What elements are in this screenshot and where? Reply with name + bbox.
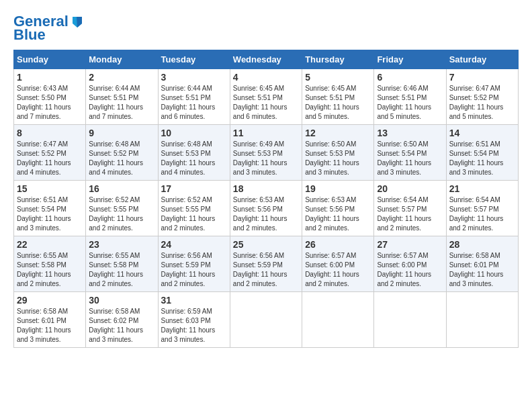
calendar-cell: 24 Sunrise: 6:56 AM Sunset: 5:59 PM Dayl…	[158, 236, 230, 292]
calendar-cell: 3 Sunrise: 6:44 AM Sunset: 5:51 PM Dayli…	[158, 69, 230, 125]
day-header-friday: Friday	[374, 50, 446, 69]
day-number: 22	[17, 239, 83, 250]
calendar-cell: 1 Sunrise: 6:43 AM Sunset: 5:50 PM Dayli…	[14, 69, 86, 125]
day-number: 12	[305, 128, 371, 138]
day-number: 8	[17, 128, 83, 138]
day-number: 18	[233, 183, 299, 194]
day-info: Sunrise: 6:55 AM Sunset: 5:58 PM Dayligh…	[17, 251, 83, 289]
calendar-cell: 22 Sunrise: 6:55 AM Sunset: 5:58 PM Dayl…	[14, 236, 86, 292]
day-info: Sunrise: 6:48 AM Sunset: 5:53 PM Dayligh…	[161, 140, 227, 177]
day-number: 28	[449, 239, 515, 250]
day-header-thursday: Thursday	[302, 50, 374, 69]
day-number: 15	[17, 183, 83, 194]
calendar-cell: 25 Sunrise: 6:56 AM Sunset: 5:59 PM Dayl…	[230, 236, 302, 292]
calendar-cell: 2 Sunrise: 6:44 AM Sunset: 5:51 PM Dayli…	[86, 69, 158, 125]
day-info: Sunrise: 6:46 AM Sunset: 5:51 PM Dayligh…	[377, 84, 443, 122]
calendar-cell: 10 Sunrise: 6:48 AM Sunset: 5:53 PM Dayl…	[158, 125, 230, 181]
svg-marker-1	[77, 17, 82, 28]
day-header-tuesday: Tuesday	[158, 50, 230, 69]
calendar-cell: 4 Sunrise: 6:45 AM Sunset: 5:51 PM Dayli…	[230, 69, 302, 125]
day-info: Sunrise: 6:52 AM Sunset: 5:55 PM Dayligh…	[161, 195, 227, 233]
calendar-cell: 21 Sunrise: 6:54 AM Sunset: 5:57 PM Dayl…	[446, 181, 518, 236]
day-header-monday: Monday	[86, 50, 158, 69]
day-info: Sunrise: 6:55 AM Sunset: 5:58 PM Dayligh…	[89, 251, 154, 289]
day-number: 16	[89, 183, 154, 194]
day-info: Sunrise: 6:57 AM Sunset: 6:00 PM Dayligh…	[305, 251, 371, 289]
calendar-cell: 23 Sunrise: 6:55 AM Sunset: 5:58 PM Dayl…	[86, 236, 158, 292]
day-header-wednesday: Wednesday	[230, 50, 302, 69]
day-info: Sunrise: 6:48 AM Sunset: 5:52 PM Dayligh…	[89, 140, 154, 177]
day-number: 29	[17, 295, 83, 306]
calendar-week-5: 29 Sunrise: 6:58 AM Sunset: 6:01 PM Dayl…	[14, 292, 519, 348]
calendar-cell: 17 Sunrise: 6:52 AM Sunset: 5:55 PM Dayl…	[158, 181, 230, 236]
day-info: Sunrise: 6:54 AM Sunset: 5:57 PM Dayligh…	[449, 195, 515, 233]
day-number: 25	[233, 239, 299, 250]
calendar-cell: 30 Sunrise: 6:58 AM Sunset: 6:02 PM Dayl…	[86, 292, 158, 348]
day-number: 21	[449, 183, 515, 194]
calendar-cell: 29 Sunrise: 6:58 AM Sunset: 6:01 PM Dayl…	[14, 292, 86, 348]
day-info: Sunrise: 6:47 AM Sunset: 5:52 PM Dayligh…	[449, 84, 515, 122]
day-number: 10	[161, 128, 227, 138]
day-number: 11	[233, 128, 299, 138]
calendar-cell: 13 Sunrise: 6:50 AM Sunset: 5:54 PM Dayl…	[374, 125, 446, 181]
calendar-cell: 14 Sunrise: 6:51 AM Sunset: 5:54 PM Dayl…	[446, 125, 518, 181]
day-info: Sunrise: 6:44 AM Sunset: 5:51 PM Dayligh…	[161, 84, 227, 122]
day-header-saturday: Saturday	[446, 50, 518, 69]
day-number: 24	[161, 239, 227, 250]
day-info: Sunrise: 6:45 AM Sunset: 5:51 PM Dayligh…	[233, 84, 299, 122]
day-info: Sunrise: 6:57 AM Sunset: 6:00 PM Dayligh…	[377, 251, 443, 289]
day-number: 5	[305, 72, 371, 83]
day-info: Sunrise: 6:58 AM Sunset: 6:01 PM Dayligh…	[17, 307, 83, 345]
day-info: Sunrise: 6:56 AM Sunset: 5:59 PM Dayligh…	[233, 251, 299, 289]
day-info: Sunrise: 6:53 AM Sunset: 5:56 PM Dayligh…	[233, 195, 299, 233]
calendar-cell: 12 Sunrise: 6:50 AM Sunset: 5:53 PM Dayl…	[302, 125, 374, 181]
calendar-cell: 6 Sunrise: 6:46 AM Sunset: 5:51 PM Dayli…	[374, 69, 446, 125]
day-info: Sunrise: 6:54 AM Sunset: 5:57 PM Dayligh…	[377, 195, 443, 233]
day-info: Sunrise: 6:50 AM Sunset: 5:54 PM Dayligh…	[377, 140, 443, 177]
page-header: General Blue	[13, 13, 519, 43]
day-info: Sunrise: 6:51 AM Sunset: 5:54 PM Dayligh…	[17, 195, 83, 233]
calendar-cell: 9 Sunrise: 6:48 AM Sunset: 5:52 PM Dayli…	[86, 125, 158, 181]
day-info: Sunrise: 6:59 AM Sunset: 6:03 PM Dayligh…	[161, 307, 227, 345]
calendar-header-row: SundayMondayTuesdayWednesdayThursdayFrid…	[14, 50, 519, 69]
day-number: 30	[89, 295, 154, 306]
calendar-cell	[302, 292, 374, 348]
day-number: 1	[17, 72, 83, 83]
calendar-cell: 18 Sunrise: 6:53 AM Sunset: 5:56 PM Dayl…	[230, 181, 302, 236]
calendar-table: SundayMondayTuesdayWednesdayThursdayFrid…	[13, 50, 519, 348]
calendar-cell: 7 Sunrise: 6:47 AM Sunset: 5:52 PM Dayli…	[446, 69, 518, 125]
calendar-cell: 5 Sunrise: 6:45 AM Sunset: 5:51 PM Dayli…	[302, 69, 374, 125]
day-info: Sunrise: 6:43 AM Sunset: 5:50 PM Dayligh…	[17, 84, 83, 122]
logo-arrow-icon	[70, 14, 85, 29]
day-number: 14	[449, 128, 515, 138]
logo: General Blue	[13, 13, 85, 43]
calendar-cell: 27 Sunrise: 6:57 AM Sunset: 6:00 PM Dayl…	[374, 236, 446, 292]
day-number: 23	[89, 239, 154, 250]
day-info: Sunrise: 6:49 AM Sunset: 5:53 PM Dayligh…	[233, 140, 299, 177]
calendar-cell: 31 Sunrise: 6:59 AM Sunset: 6:03 PM Dayl…	[158, 292, 230, 348]
day-number: 2	[89, 72, 154, 83]
calendar-cell: 11 Sunrise: 6:49 AM Sunset: 5:53 PM Dayl…	[230, 125, 302, 181]
day-info: Sunrise: 6:53 AM Sunset: 5:56 PM Dayligh…	[305, 195, 371, 233]
day-number: 20	[377, 183, 443, 194]
calendar-week-3: 15 Sunrise: 6:51 AM Sunset: 5:54 PM Dayl…	[14, 181, 519, 236]
day-info: Sunrise: 6:58 AM Sunset: 6:02 PM Dayligh…	[89, 307, 154, 345]
calendar-week-1: 1 Sunrise: 6:43 AM Sunset: 5:50 PM Dayli…	[14, 69, 519, 125]
day-number: 31	[161, 295, 227, 306]
day-info: Sunrise: 6:50 AM Sunset: 5:53 PM Dayligh…	[305, 140, 371, 177]
day-number: 4	[233, 72, 299, 83]
calendar-cell: 28 Sunrise: 6:58 AM Sunset: 6:01 PM Dayl…	[446, 236, 518, 292]
calendar-cell	[230, 292, 302, 348]
day-info: Sunrise: 6:58 AM Sunset: 6:01 PM Dayligh…	[449, 251, 515, 289]
day-info: Sunrise: 6:45 AM Sunset: 5:51 PM Dayligh…	[305, 84, 371, 122]
day-number: 9	[89, 128, 154, 138]
day-info: Sunrise: 6:56 AM Sunset: 5:59 PM Dayligh…	[161, 251, 227, 289]
day-number: 19	[305, 183, 371, 194]
calendar-cell	[446, 292, 518, 348]
calendar-cell: 26 Sunrise: 6:57 AM Sunset: 6:00 PM Dayl…	[302, 236, 374, 292]
day-info: Sunrise: 6:52 AM Sunset: 5:55 PM Dayligh…	[89, 195, 154, 233]
calendar-cell: 19 Sunrise: 6:53 AM Sunset: 5:56 PM Dayl…	[302, 181, 374, 236]
day-number: 27	[377, 239, 443, 250]
calendar-cell: 20 Sunrise: 6:54 AM Sunset: 5:57 PM Dayl…	[374, 181, 446, 236]
calendar-cell	[374, 292, 446, 348]
